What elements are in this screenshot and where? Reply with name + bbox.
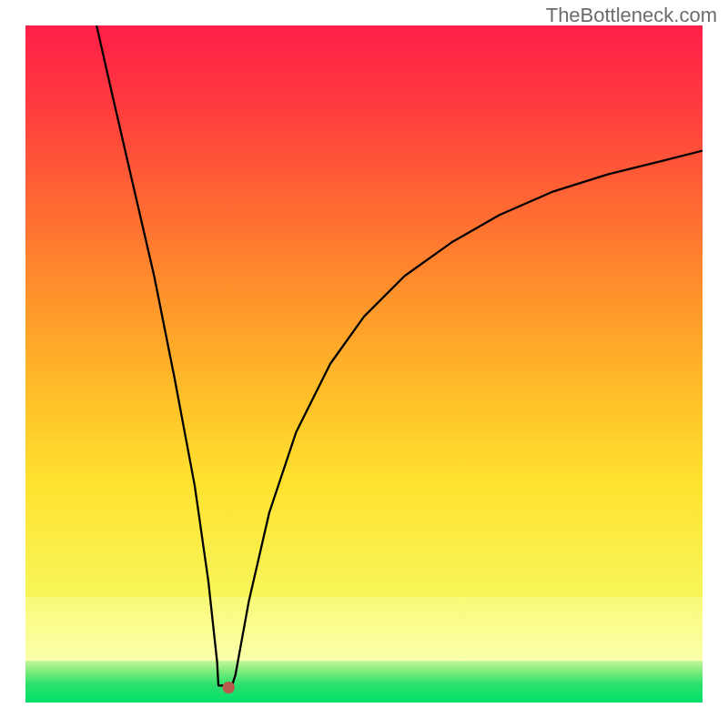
plot-border xyxy=(25,25,703,703)
gradient-main xyxy=(25,25,703,597)
chart-container: TheBottleneck.com xyxy=(0,0,728,728)
chart-svg xyxy=(25,25,703,703)
marker-dot xyxy=(223,682,235,693)
gradient-pale-band xyxy=(25,597,703,661)
watermark-text: TheBottleneck.com xyxy=(546,4,717,27)
gradient-green-band xyxy=(25,661,703,703)
